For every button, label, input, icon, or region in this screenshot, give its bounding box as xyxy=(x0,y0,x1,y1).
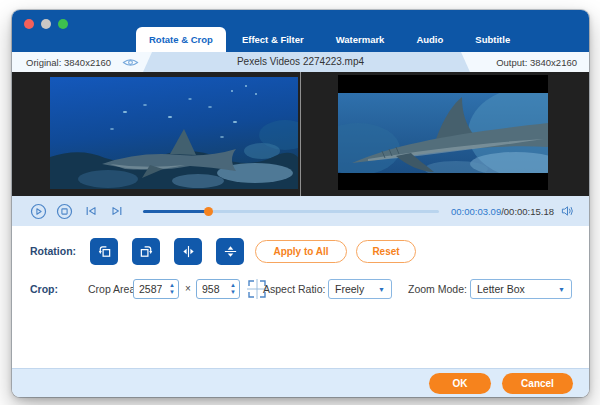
reset-button[interactable]: Reset xyxy=(356,240,416,263)
zoom-window-button[interactable] xyxy=(58,19,68,29)
apply-to-all-button[interactable]: Apply to All xyxy=(255,240,347,263)
crop-height-stepper: ▲▼ xyxy=(196,279,240,299)
underwater-scene-closeup xyxy=(338,93,548,173)
aspect-ratio-value: Freely xyxy=(335,283,364,295)
playback-bar: 00:00:03.09/00:00:15.18 xyxy=(12,196,589,226)
stop-icon[interactable] xyxy=(56,203,73,220)
step-down-icon: ▼ xyxy=(230,289,236,296)
progress-thumb[interactable] xyxy=(204,207,213,216)
multiply-sign: × xyxy=(185,283,191,294)
traffic-lights xyxy=(24,19,68,29)
zoom-mode-dropdown[interactable]: Letter Box ▼ xyxy=(470,279,572,299)
output-video-frame xyxy=(338,75,548,190)
next-frame-icon[interactable] xyxy=(108,203,125,220)
footer-bar: OK Cancel xyxy=(12,368,589,397)
crop-height-input[interactable] xyxy=(197,283,225,295)
chevron-down-icon: ▼ xyxy=(372,286,385,293)
resolution-header: Pexels Videos 2274223.mp4 Original: 3840… xyxy=(12,52,589,72)
seek-slider[interactable] xyxy=(143,196,439,226)
minimize-button[interactable] xyxy=(41,19,51,29)
crop-area-label: Crop Area: xyxy=(88,283,138,295)
chevron-down-icon: ▼ xyxy=(552,286,565,293)
app-window: Rotate & Crop Effect & Filter Watermark … xyxy=(12,10,589,397)
crop-height-stepper-arrows[interactable]: ▲▼ xyxy=(230,282,236,296)
flip-vertical-button[interactable] xyxy=(216,238,244,265)
time-current: 00:00:03.09 xyxy=(451,206,501,217)
title-bar: Rotate & Crop Effect & Filter Watermark … xyxy=(12,10,589,52)
step-up-icon: ▲ xyxy=(230,282,236,289)
tab-audio[interactable]: Audio xyxy=(400,27,459,52)
original-video-preview[interactable] xyxy=(50,77,298,189)
step-down-icon: ▼ xyxy=(169,289,175,296)
original-resolution-label: Original: 3840x2160 xyxy=(26,57,111,68)
previous-frame-icon[interactable] xyxy=(82,203,99,220)
output-video-preview xyxy=(338,93,548,173)
ok-button[interactable]: OK xyxy=(429,373,491,394)
volume-icon[interactable] xyxy=(561,205,574,217)
rotate-right-button[interactable] xyxy=(132,238,160,265)
tab-bar: Rotate & Crop Effect & Filter Watermark … xyxy=(136,27,526,52)
cancel-button[interactable]: Cancel xyxy=(502,373,573,394)
controls-panel: Rotation: Apply to All Reset Crop: Crop … xyxy=(12,226,589,368)
rotation-label: Rotation: xyxy=(30,245,76,257)
tab-rotate-crop[interactable]: Rotate & Crop xyxy=(136,27,226,52)
underwater-scene-wide xyxy=(50,77,298,189)
rotate-left-button[interactable] xyxy=(90,238,118,265)
aspect-ratio-label: Aspect Ratio: xyxy=(263,283,325,295)
output-resolution-chip: Output: 3840x2160 xyxy=(461,52,589,72)
play-icon[interactable] xyxy=(30,203,47,220)
preview-area xyxy=(12,72,589,196)
tab-effect-filter[interactable]: Effect & Filter xyxy=(226,27,320,52)
preview-divider xyxy=(300,72,301,196)
crop-label: Crop: xyxy=(30,283,58,295)
output-resolution-label: Output: 3840x2160 xyxy=(496,57,577,68)
progress-fill xyxy=(143,210,208,213)
tab-watermark[interactable]: Watermark xyxy=(320,27,401,52)
step-up-icon: ▲ xyxy=(169,282,175,289)
crop-width-stepper-arrows[interactable]: ▲▼ xyxy=(169,282,175,296)
close-button[interactable] xyxy=(24,19,34,29)
aspect-ratio-dropdown[interactable]: Freely ▼ xyxy=(328,279,392,299)
flip-horizontal-button[interactable] xyxy=(174,238,202,265)
original-resolution-chip: Original: 3840x2160 xyxy=(12,52,152,72)
time-total: 00:00:15.18 xyxy=(504,206,554,217)
crop-width-input[interactable] xyxy=(134,283,162,295)
crop-width-stepper: ▲▼ xyxy=(133,279,179,299)
zoom-mode-value: Letter Box xyxy=(477,283,525,295)
tab-subtitle[interactable]: Subtitle xyxy=(459,27,526,52)
zoom-mode-label: Zoom Mode: xyxy=(408,283,467,295)
eye-icon[interactable] xyxy=(122,57,139,68)
time-display: 00:00:03.09/00:00:15.18 xyxy=(451,206,554,217)
